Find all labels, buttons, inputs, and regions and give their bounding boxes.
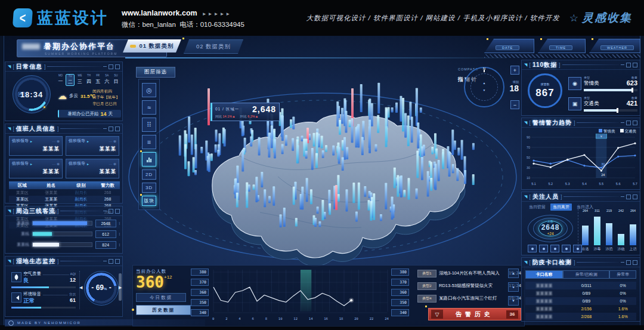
- panel-maximize-icon[interactable]: [626, 121, 631, 125]
- weekday-su: SU日: [112, 74, 120, 86]
- panel-expand-icon[interactable]: [115, 64, 120, 69]
- gauge-slider[interactable]: [119, 273, 122, 301]
- mode-button-版块[interactable]: 版块: [142, 196, 156, 206]
- panel-expand-icon[interactable]: [633, 260, 637, 265]
- gauge-left-arrow[interactable]: ◀: [79, 285, 82, 290]
- seg-dot: [540, 38, 542, 40]
- office-line-chart[interactable]: [212, 267, 389, 315]
- flow-bar-track: [32, 242, 92, 247]
- column-header[interactable]: 级别: [67, 183, 95, 189]
- column-header[interactable]: 异常率: [609, 270, 636, 279]
- alert-row[interactable]: 类型4某路口有小汽车连闯三个红灯19:24: [417, 294, 521, 303]
- panel-expand-icon[interactable]: [115, 127, 120, 131]
- inspiration-collect[interactable]: ☆ 灵感收集: [569, 10, 632, 26]
- checkpoint-name: 某某某某: [525, 291, 563, 297]
- panel-minimize-icon[interactable]: [103, 66, 107, 67]
- column-header[interactable]: 警力数: [95, 183, 120, 189]
- panel-expand-icon[interactable]: [115, 209, 120, 214]
- table-cell: 某某区: [9, 190, 36, 196]
- panel-title: 值班人员信息: [16, 125, 55, 133]
- tab-data-category-1[interactable]: 01 数据类别: [123, 39, 181, 53]
- grid-icon[interactable]: ⠿: [142, 118, 156, 132]
- column-header[interactable]: 姓名: [36, 183, 67, 189]
- barchart-icon[interactable]: [142, 152, 156, 166]
- panel-minimize-icon[interactable]: [621, 122, 624, 123]
- chevron-up-icon: ▲: [483, 81, 486, 85]
- column-header[interactable]: 卡口名称: [525, 270, 563, 279]
- focus-tab-1[interactable]: 当日离开: [550, 203, 572, 211]
- focus-bar-column: 264上访: [628, 209, 637, 253]
- phone-icon[interactable]: [539, 245, 548, 252]
- list-icon[interactable]: ≡: [142, 135, 156, 149]
- alert-row[interactable]: 类型2RD13-53烟感报警疑似火灾17:24: [417, 281, 521, 291]
- column-header[interactable]: 区域: [9, 183, 36, 189]
- compass-dial[interactable]: N ▲ ▼: [464, 67, 504, 107]
- zoom-out-button[interactable]: −: [510, 100, 519, 109]
- panel-minimize-icon[interactable]: [103, 128, 107, 129]
- duty-leader-name: 某某某: [69, 168, 116, 175]
- mode-button-3d[interactable]: 3D: [142, 183, 156, 193]
- camera-icon[interactable]: [528, 245, 537, 252]
- alert-history-banner[interactable]: ▽ 告警历史 36: [428, 308, 521, 320]
- panel-maximize-icon[interactable]: [626, 195, 631, 199]
- x-axis-label: 22: [370, 317, 374, 320]
- focus-tab-0[interactable]: 当日驻留: [527, 203, 548, 211]
- panel-maximize-icon[interactable]: [109, 127, 113, 131]
- panel-minimize-icon[interactable]: [621, 196, 624, 197]
- tab-data-category-2[interactable]: 02 数据类别: [184, 39, 243, 54]
- checkpoint-ratio: 2/156: [563, 307, 609, 311]
- checkpoint-rows: 某某某某0/3110%某某某某0/890%某某某某0/890%某某某某2/156…: [522, 282, 640, 320]
- focus-icon-row: [528, 245, 582, 252]
- panel-focus-personnel: ◥[关注人员] 当日驻留当日离开当日进入 人数 2648 +24 264在逃31…: [521, 192, 640, 255]
- svg-text:50: 50: [527, 156, 530, 159]
- panel-expand-icon[interactable]: [633, 195, 637, 199]
- panel-minimize-icon[interactable]: [621, 262, 624, 263]
- camera-icon[interactable]: ◎: [142, 83, 156, 97]
- tick-decoration: |: [119, 232, 120, 236]
- panel-maximize-icon[interactable]: [109, 259, 113, 264]
- panel-maximize-icon[interactable]: [109, 64, 113, 69]
- scroll-down-button[interactable]: ▼: [508, 296, 519, 306]
- panel-expand-icon[interactable]: [633, 121, 637, 125]
- website-link[interactable]: www.lanlanwork.com: [122, 9, 197, 17]
- x-axis-label: 8: [265, 317, 267, 320]
- panel-minimize-icon[interactable]: [103, 261, 107, 261]
- panel-minimize-icon[interactable]: [103, 211, 107, 211]
- scroll-up-button[interactable]: ▲: [508, 269, 519, 278]
- y-axis-label: 360: [391, 289, 409, 296]
- weekday-fr: FR五: [94, 74, 102, 86]
- alert-history-count: 36: [506, 310, 518, 319]
- leaf-icon: [11, 272, 21, 282]
- signal-icon[interactable]: ≈: [142, 100, 156, 115]
- checkpoint-name: 某某某某: [525, 298, 563, 304]
- panel-minimize-icon[interactable]: [621, 64, 624, 65]
- y-axis-label: 350: [191, 299, 209, 306]
- zoom-in-button[interactable]: +: [510, 66, 519, 75]
- flow-label: 某某线: [10, 220, 29, 226]
- today-data-button[interactable]: 今日数据: [136, 293, 186, 302]
- svg-text:∨: ∨: [600, 134, 602, 138]
- tick-decoration: |: [119, 221, 120, 225]
- bar-category: 涉毒: [594, 246, 601, 252]
- person-icon[interactable]: [550, 245, 559, 252]
- alert-type-tag: 类型2: [417, 282, 436, 290]
- scroll-dot[interactable]: ●: [508, 282, 519, 292]
- platform-logo: [22, 44, 40, 50]
- panel-expand-icon[interactable]: [115, 259, 120, 264]
- panel-maximize-icon[interactable]: [109, 209, 113, 214]
- tab-corner-dot: [182, 38, 184, 39]
- column-header[interactable]: 异常/已检测: [563, 270, 609, 279]
- office-count-delta: +12: [164, 275, 172, 280]
- y-axis-label: 370: [191, 279, 209, 286]
- panel-expand-icon[interactable]: [633, 63, 637, 67]
- history-data-button[interactable]: 历史数据: [136, 305, 191, 315]
- lock-icon[interactable]: [562, 245, 571, 252]
- site-header: < 蓝蓝设计 www.lanlanwork.com►►►►► 微信：ben_la…: [0, 0, 644, 36]
- bar: [618, 234, 624, 245]
- alert-row[interactable]: 类型1湿地3-104片区有不明人员闯入19:24: [417, 269, 521, 278]
- panel-maximize-icon[interactable]: [626, 63, 631, 67]
- type-label: 类型: [584, 96, 590, 100]
- mode-button-2d[interactable]: 2D: [142, 169, 156, 180]
- panel-maximize-icon[interactable]: [626, 260, 631, 265]
- trend-line-chart[interactable]: 9070503010∨30245.15.25.35.45.55.65.7: [524, 134, 639, 189]
